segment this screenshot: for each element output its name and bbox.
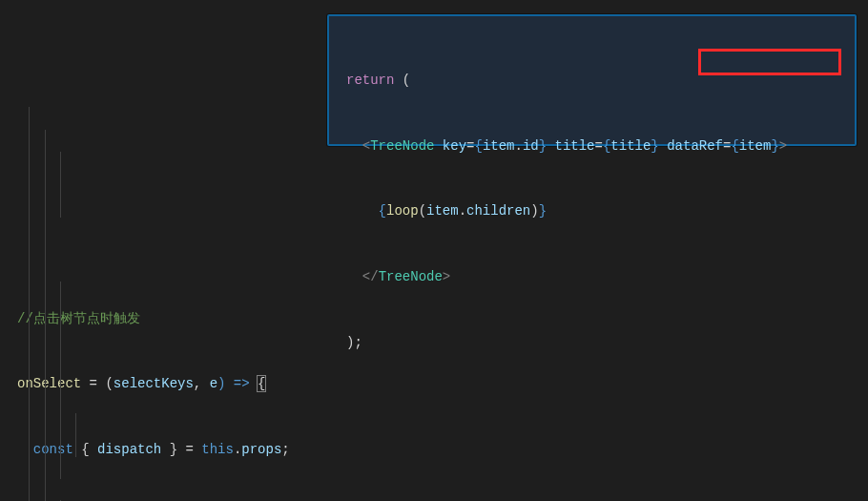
indent-guide (75, 413, 76, 457)
indent-guide (45, 130, 46, 501)
popup-line: return ( (346, 70, 839, 92)
indent-guide (60, 152, 61, 218)
code-line[interactable]: const { dispatch } = this.props; (17, 439, 868, 461)
indent-guide (60, 391, 61, 479)
popup-line: ); (346, 332, 839, 354)
indent-guide (29, 107, 30, 501)
popup-line: <TreeNode key={item.id} title={title} da… (346, 136, 839, 157)
indent-guide (60, 282, 61, 391)
popup-line: {loop(item.children)} (346, 200, 839, 222)
comment-text: //点击树节点时触发 (17, 311, 140, 326)
popup-line: </TreeNode> (346, 266, 839, 288)
code-hint-popup: return ( <TreeNode key={item.id} title={… (327, 14, 857, 146)
